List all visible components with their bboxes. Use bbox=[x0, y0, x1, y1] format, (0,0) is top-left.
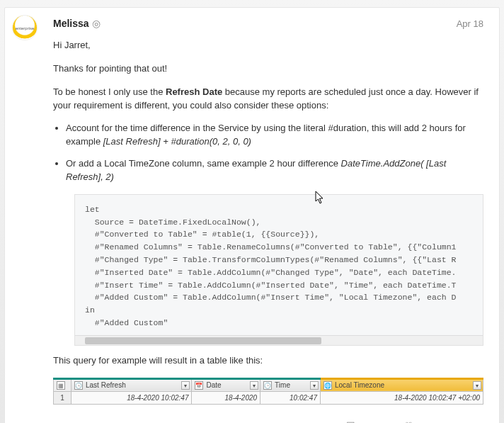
reply-button[interactable]: ↩ Reply bbox=[447, 420, 483, 423]
verified-badge-icon: ◎ bbox=[92, 18, 101, 29]
thanks-line: Thanks for pointing that out! bbox=[53, 62, 483, 76]
list-item: Account for the time difference in the S… bbox=[66, 122, 483, 149]
header-label: Last Refresh bbox=[86, 381, 126, 389]
action-label: Solution bbox=[360, 421, 393, 423]
table-lead-text: This query for example will result in a … bbox=[53, 354, 483, 368]
code-text: let Source = DateTime.FixedLocalNow(), #… bbox=[85, 205, 457, 327]
code-inline: [Last Refresh] + #duration(0, 2, 0, 0) bbox=[103, 136, 251, 147]
dropdown-icon[interactable]: ▾ bbox=[310, 381, 319, 390]
text: To be honest I only use the bbox=[53, 86, 166, 97]
globe-icon: 🌐 bbox=[323, 381, 332, 390]
code-block[interactable]: let Source = DateTime.FixedLocalNow(), #… bbox=[74, 194, 483, 346]
post-content: Hi Jarret, Thanks for pointing that out!… bbox=[53, 39, 483, 423]
horizontal-scrollbar[interactable] bbox=[75, 335, 483, 345]
time-icon: 🕒 bbox=[263, 381, 272, 390]
author-name[interactable]: Melissa◎ bbox=[53, 18, 101, 29]
dropdown-icon[interactable]: ▾ bbox=[473, 381, 481, 390]
post-actions: ☑ Solution ♡ ••• ↩ Reply bbox=[53, 417, 483, 423]
intro-paragraph: To be honest I only use the Refresh Date… bbox=[53, 86, 483, 113]
action-label: Reply bbox=[460, 421, 483, 423]
cell-local-timezone: 18-4-2020 10:02:47 +02:00 bbox=[320, 392, 483, 405]
dropdown-icon[interactable]: ▾ bbox=[181, 381, 190, 390]
header-label: Time bbox=[275, 381, 290, 389]
forum-post: enterprise EXPERT Melissa◎ Apr 18 Hi Jar… bbox=[4, 7, 500, 423]
row-number-cell: 1 bbox=[54, 392, 71, 405]
result-table: ▦ 🕓Last Refresh ▾ 📅Date ▾ 🕒Time ▾ bbox=[53, 378, 483, 405]
list-item: Or add a Local TimeZone column, same exa… bbox=[66, 157, 483, 184]
post-date: Apr 18 bbox=[457, 18, 483, 29]
header-label: Date bbox=[206, 381, 221, 389]
greeting-line: Hi Jarret, bbox=[53, 39, 483, 52]
datetime-icon: 🕓 bbox=[74, 381, 83, 390]
column-header-time[interactable]: 🕒Time ▾ bbox=[260, 378, 321, 391]
post-header: Melissa◎ Apr 18 bbox=[53, 18, 483, 29]
reply-icon: ↩ bbox=[447, 420, 456, 423]
column-header-local-timezone[interactable]: 🌐Local Timezone ▾ bbox=[320, 378, 483, 391]
header-label: Local Timezone bbox=[335, 381, 384, 389]
row-number-header[interactable]: ▦ bbox=[54, 378, 71, 391]
cell-last-refresh: 18-4-2020 10:02:47 bbox=[71, 392, 192, 405]
date-icon: 📅 bbox=[195, 381, 203, 390]
table-icon: ▦ bbox=[57, 381, 65, 390]
solution-button[interactable]: ☑ Solution bbox=[346, 421, 393, 423]
cell-time: 10:02:47 bbox=[260, 392, 321, 405]
column-header-date[interactable]: 📅Date ▾ bbox=[192, 378, 260, 391]
scroll-thumb[interactable] bbox=[85, 337, 321, 344]
text: Or add a Local TimeZone column, same exa… bbox=[66, 158, 341, 169]
options-list: Account for the time difference in the S… bbox=[53, 122, 483, 184]
dropdown-icon[interactable]: ▾ bbox=[250, 381, 258, 390]
avatar[interactable]: enterprise EXPERT bbox=[12, 15, 38, 40]
cell-date: 18-4-2020 bbox=[192, 392, 260, 405]
bold-text: Refresh Date bbox=[166, 86, 222, 97]
column-header-last-refresh[interactable]: 🕓Last Refresh ▾ bbox=[71, 378, 192, 391]
table-row[interactable]: 1 18-4-2020 10:02:47 18-4-2020 10:02:47 … bbox=[54, 392, 483, 405]
author-text: Melissa bbox=[53, 18, 89, 29]
